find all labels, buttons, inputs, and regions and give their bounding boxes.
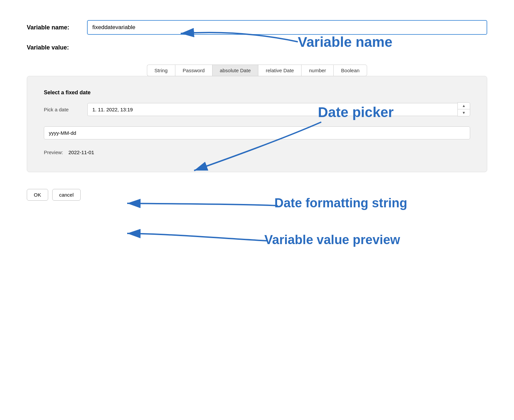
date-picker-input[interactable] (87, 103, 457, 116)
variable-value-row: Variable value: (27, 44, 487, 51)
arrow-preview (127, 233, 268, 241)
date-picker-wrapper: ▲ ▼ (87, 102, 470, 116)
variable-name-input[interactable] (87, 20, 487, 35)
tab-relative-date[interactable]: relative Date (258, 65, 301, 76)
preview-row: Preview: 2022-11-01 (44, 149, 470, 155)
date-spinner[interactable]: ▲ ▼ (457, 102, 470, 116)
tabs-container: String Password absolute Date relative D… (27, 65, 487, 76)
variable-name-row: Variable name: (27, 20, 487, 35)
ok-button[interactable]: OK (27, 189, 48, 201)
preview-value: 2022-11-01 (69, 149, 94, 155)
content-panel: Select a fixed date Pick a date ▲ ▼ Prev… (27, 76, 487, 172)
bottom-buttons: OK cancel (27, 189, 487, 201)
spinner-up[interactable]: ▲ (458, 103, 470, 109)
preview-label: Preview: (44, 149, 63, 155)
section-title: Select a fixed date (44, 90, 470, 96)
spinner-down[interactable]: ▼ (458, 109, 470, 116)
tab-password[interactable]: Password (175, 65, 212, 76)
date-picker-label: Pick a date (44, 107, 87, 112)
tab-boolean[interactable]: Boolean (333, 65, 367, 76)
variable-value-label: Variable value: (27, 44, 87, 51)
tab-string[interactable]: String (147, 65, 175, 76)
date-format-input[interactable] (44, 126, 470, 139)
date-picker-row: Pick a date ▲ ▼ (44, 102, 470, 116)
annotation-preview-text: Variable value preview (264, 233, 400, 247)
tab-number[interactable]: number (301, 65, 333, 76)
variable-name-label: Variable name: (27, 24, 87, 31)
tab-absolute-date[interactable]: absolute Date (212, 65, 258, 76)
cancel-button[interactable]: cancel (52, 189, 81, 201)
